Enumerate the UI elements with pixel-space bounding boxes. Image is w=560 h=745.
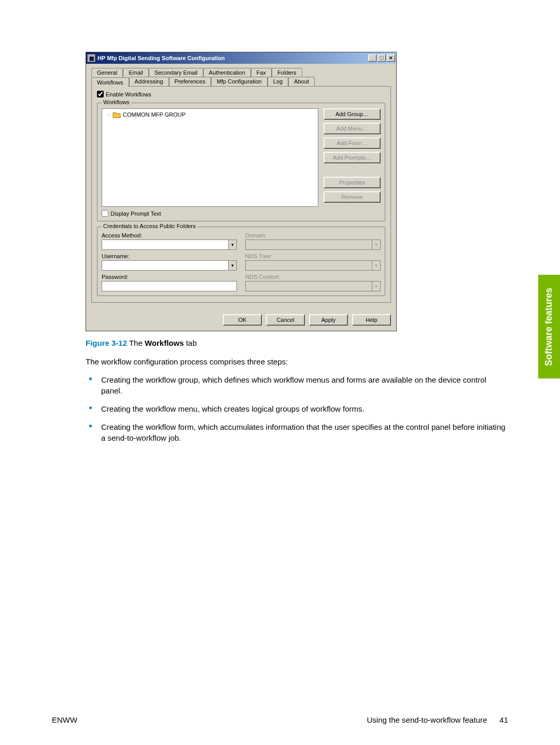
list-item: Creating the workflow form, which accumu… xyxy=(86,421,508,443)
tab-authentication[interactable]: Authentication xyxy=(203,68,251,77)
tab-general[interactable]: General xyxy=(91,68,123,77)
page-footer: ENWW Using the send-to-workflow feature … xyxy=(52,715,508,724)
tab-about[interactable]: About xyxy=(288,77,315,87)
section-side-tab: Software features xyxy=(538,275,560,378)
nds-tree-combo: ▼ xyxy=(245,260,381,271)
domain-combo: ▼ xyxy=(245,240,381,250)
chevron-down-icon: ▼ xyxy=(228,261,236,270)
workflows-tree[interactable]: ┄ COMMON MFP GROUP xyxy=(102,108,318,207)
tab-workflows[interactable]: Workflows xyxy=(91,77,129,87)
cancel-button[interactable]: Cancel xyxy=(266,314,305,326)
apply-button[interactable]: Apply xyxy=(309,314,348,326)
enable-workflows-label: Enable Workflows xyxy=(106,91,151,97)
tab-secondary-email[interactable]: Secondary Email xyxy=(149,68,203,77)
bullet-list: Creating the workflow group, which defin… xyxy=(86,374,508,443)
tab-mfp-configuration[interactable]: Mfp Configuration xyxy=(211,77,268,87)
nds-context-label: NDS Context: xyxy=(245,274,381,280)
page-number: 41 xyxy=(499,715,508,724)
list-item: Creating the workflow group, which defin… xyxy=(86,374,508,396)
window-title: HP Mfp Digital Sending Software Configur… xyxy=(97,55,368,61)
password-field[interactable] xyxy=(102,281,237,291)
credentials-group: Credentials to Access Public Folders Acc… xyxy=(97,227,385,296)
domain-label: Domain: xyxy=(245,232,381,238)
tab-log[interactable]: Log xyxy=(268,77,288,87)
tab-email[interactable]: Email xyxy=(123,68,149,77)
username-label: Username: xyxy=(102,253,237,259)
minimize-button[interactable]: _ xyxy=(368,54,376,62)
tree-connector-icon: ┄ xyxy=(107,112,110,118)
footer-left: ENWW xyxy=(52,715,77,724)
body-paragraph: The workflow configuration process compr… xyxy=(86,357,500,367)
workflows-legend: Workflows xyxy=(102,99,131,105)
maximize-button: ☐ xyxy=(377,54,386,62)
access-method-combo[interactable]: ▼ xyxy=(102,240,237,250)
app-icon: ▦ xyxy=(87,54,95,62)
tabstrip: General Email Secondary Email Authentica… xyxy=(91,68,391,87)
display-prompt-text-checkbox[interactable] xyxy=(102,210,108,217)
chevron-down-icon: ▼ xyxy=(372,240,380,249)
add-form-button: Add Form… xyxy=(324,137,381,149)
tab-panel-workflows: Enable Workflows Workflows ┄ xyxy=(91,86,391,303)
properties-button: Properties xyxy=(324,177,381,188)
list-item: Creating the workflow menu, which create… xyxy=(86,403,508,414)
username-combo[interactable]: ▼ xyxy=(102,260,237,271)
tab-addressing[interactable]: Addressing xyxy=(129,77,169,87)
chevron-down-icon: ▼ xyxy=(228,240,236,249)
chevron-down-icon: ▼ xyxy=(372,282,380,291)
ok-button[interactable]: OK xyxy=(223,314,262,326)
tree-item-common-mfp-group[interactable]: ┄ COMMON MFP GROUP xyxy=(104,111,316,118)
app-window: ▦ HP Mfp Digital Sending Software Config… xyxy=(86,52,397,331)
figure-caption: Figure 3-12 The Workflows tab xyxy=(86,339,508,347)
tree-item-label: COMMON MFP GROUP xyxy=(123,111,186,118)
access-method-label: Access Method: xyxy=(102,232,237,238)
nds-tree-label: NDS Tree: xyxy=(245,253,381,259)
add-prompts-button: Add Prompts… xyxy=(324,152,381,163)
help-button[interactable]: Help xyxy=(352,314,391,326)
remove-button: Remove xyxy=(324,191,381,203)
nds-context-combo: ▼ xyxy=(245,281,381,291)
tab-folders[interactable]: Folders xyxy=(272,68,302,77)
tab-fax[interactable]: Fax xyxy=(251,68,272,77)
display-prompt-text-label: Display Prompt Text xyxy=(110,210,161,217)
add-menu-button: Add Menu… xyxy=(324,123,381,134)
add-group-button[interactable]: Add Group… xyxy=(324,108,381,120)
figure-number: Figure 3-12 xyxy=(86,339,127,347)
footer-section-title: Using the send-to-workflow feature xyxy=(367,715,487,724)
workflows-group: Workflows ┄ COMMON MFP GROUP xyxy=(97,103,385,221)
tab-preferences[interactable]: Preferences xyxy=(169,77,211,87)
close-button[interactable]: ✕ xyxy=(387,54,395,62)
enable-workflows-checkbox[interactable] xyxy=(97,91,104,97)
folder-icon xyxy=(113,111,121,118)
credentials-legend: Credentials to Access Public Folders xyxy=(102,223,198,229)
password-label: Password: xyxy=(102,274,237,280)
titlebar[interactable]: ▦ HP Mfp Digital Sending Software Config… xyxy=(86,52,396,64)
chevron-down-icon: ▼ xyxy=(372,261,380,270)
